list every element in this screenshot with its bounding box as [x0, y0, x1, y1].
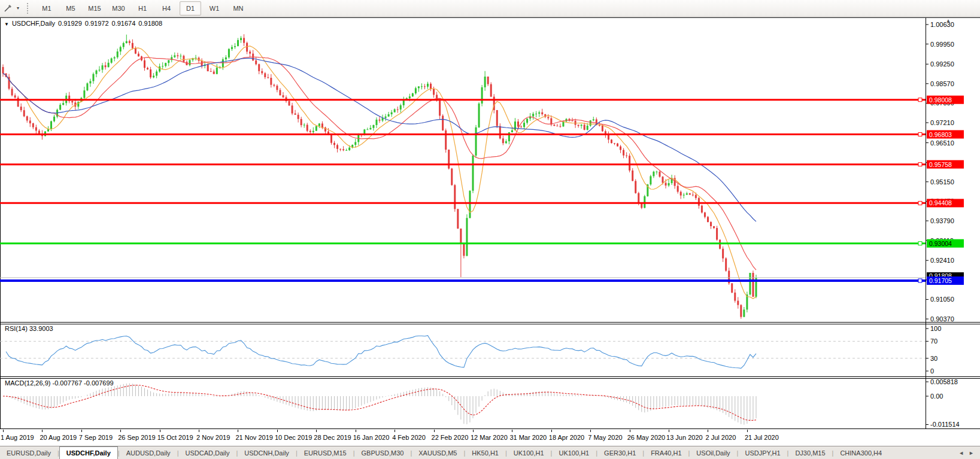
svg-text:0: 0 — [930, 367, 934, 375]
timeframe-button-mn[interactable]: MN — [227, 1, 249, 16]
date-label: 10 Dec 2019 — [275, 434, 312, 441]
macd-indicator-label: MACD(12,26,9) -0.007767 -0.007699 — [5, 379, 114, 387]
timeframe-button-m1[interactable]: M1 — [36, 1, 57, 16]
timeframe-button-m15[interactable]: M15 — [84, 1, 105, 16]
tool-dropdown-caret-icon[interactable]: ▾ — [14, 5, 22, 11]
date-tick — [395, 430, 395, 432]
date-label: 2 Nov 2019 — [196, 434, 230, 441]
chart-tab-xauusd-m5[interactable]: XAUUSD,M5 — [412, 446, 463, 459]
date-tick — [199, 430, 199, 432]
svg-text:0.00: 0.00 — [930, 393, 943, 400]
svg-text:0.97210: 0.97210 — [930, 119, 954, 126]
chart-tab-usdcad-daily[interactable]: USDCAD,Daily — [178, 446, 236, 459]
tab-nav: ◄► — [952, 446, 980, 459]
chart-tab-ger30-h1[interactable]: GER30,H1 — [597, 446, 642, 459]
svg-text:30: 30 — [930, 355, 937, 362]
rsi-line — [6, 336, 756, 369]
ohlc-close: 0.91808 — [138, 20, 162, 27]
tabs-scroll-left-button[interactable]: ◄ — [958, 450, 964, 456]
date-tick — [120, 430, 121, 432]
chart-tab-hk50-h1[interactable]: HK50,H1 — [465, 446, 505, 459]
chart-tab-usdchf-daily[interactable]: USDCHF,Daily — [59, 446, 118, 459]
chart-tab-audusd-daily[interactable]: AUDUSD,Daily — [120, 446, 177, 459]
ohlc-low: 0.91674 — [112, 20, 136, 27]
rsi-indicator-label: RSI(14) 33.9003 — [5, 325, 53, 332]
date-tick — [277, 430, 278, 432]
date-tick — [316, 430, 317, 432]
svg-text:0.90370: 0.90370 — [930, 315, 954, 323]
date-axis[interactable]: 1 Aug 201920 Aug 20197 Sep 201926 Sep 20… — [0, 430, 980, 445]
rsi-guides — [0, 341, 926, 358]
date-label: 1 Aug 2019 — [1, 434, 34, 441]
draw-tool-icon[interactable] — [1, 2, 14, 15]
date-label: 15 Oct 2019 — [157, 434, 193, 441]
date-label: 7 Sep 2019 — [79, 434, 113, 441]
timeframe-button-w1[interactable]: W1 — [204, 1, 225, 16]
date-tick — [3, 430, 4, 432]
chart-tab-eurusd-m15[interactable]: EURUSD,M15 — [298, 446, 353, 459]
chart-tab-uk100-h1[interactable]: UK100,H1 — [507, 446, 551, 459]
toolbar-grip[interactable] — [26, 3, 29, 14]
chart-tab-usdcnh-daily[interactable]: USDCNH,Daily — [238, 446, 296, 459]
svg-text:0.94408: 0.94408 — [929, 199, 952, 206]
axis-scroll-marker-icon[interactable]: ▲ — [946, 18, 951, 23]
panel-borders — [0, 17, 980, 429]
date-tick — [590, 430, 591, 432]
chart-tab-gbpusd-m30[interactable]: GBPUSD,M30 — [355, 446, 411, 459]
svg-text:70: 70 — [930, 338, 937, 345]
ma-fast-line — [3, 46, 756, 299]
date-label: 13 Jun 2020 — [666, 434, 703, 441]
svg-text:-0.011514: -0.011514 — [930, 421, 960, 428]
svg-text:0.96803: 0.96803 — [929, 131, 952, 138]
svg-text:0.92410: 0.92410 — [930, 257, 954, 264]
timeframe-button-d1[interactable]: D1 — [180, 1, 201, 16]
ma-slow-line — [3, 58, 756, 221]
date-tick — [630, 430, 630, 432]
date-tick — [708, 430, 708, 432]
date-tick — [747, 430, 748, 432]
date-label: 21 Nov 2019 — [235, 434, 272, 441]
date-label: 7 May 2020 — [588, 434, 622, 441]
chart-tab-fra40-h1[interactable]: FRA40,H1 — [644, 446, 688, 459]
candles-layer — [2, 34, 757, 319]
chart-tab-bar: EURUSD,Daily|USDCHF,Daily|AUDUSD,Daily|U… — [0, 446, 980, 459]
macd-axis: 0.0058180.00-0.011514 — [926, 378, 960, 428]
date-label: 2 Jul 2020 — [705, 434, 736, 441]
date-label: 18 Apr 2020 — [549, 434, 584, 441]
tabs-scroll-right-button[interactable]: ► — [969, 450, 974, 456]
svg-text:0.93790: 0.93790 — [930, 217, 954, 224]
timeframe-button-m30[interactable]: M30 — [108, 1, 129, 16]
timeframe-button-h1[interactable]: H1 — [132, 1, 153, 16]
chart-svg[interactable]: 1.006300.999500.992500.985700.978900.972… — [0, 0, 980, 446]
svg-text:0.95150: 0.95150 — [930, 178, 954, 186]
date-tick — [512, 430, 512, 432]
ohlc-high: 0.91972 — [85, 20, 109, 27]
date-label: 22 Feb 2020 — [432, 434, 469, 441]
level-lines[interactable]: 0.918080.980080.968030.957580.944080.930… — [0, 96, 964, 285]
top-toolbar: ▾ M1M5M15M30H1H4D1W1MN — [0, 0, 980, 17]
chart-tab-usoil-daily[interactable]: USOil,Daily — [690, 446, 736, 459]
date-tick — [551, 430, 552, 432]
date-tick — [669, 430, 669, 432]
chart-tab-usdjpy-h1[interactable]: USDJPY,H1 — [738, 446, 787, 459]
svg-text:100: 100 — [930, 325, 941, 332]
svg-text:0.95758: 0.95758 — [929, 161, 952, 168]
date-label: 31 Mar 2020 — [509, 434, 547, 441]
svg-text:0.91050: 0.91050 — [930, 296, 954, 303]
date-label: 28 Dec 2019 — [314, 434, 351, 441]
macd-histogram — [3, 384, 756, 425]
timeframe-button-h4[interactable]: H4 — [156, 1, 177, 16]
macd-signal-line — [3, 385, 756, 421]
chart-tab-eurusd-daily[interactable]: EURUSD,Daily — [0, 446, 57, 459]
chart-ohlc-header: ▼USDCHF,Daily0.919290.919720.916740.9180… — [4, 20, 165, 27]
chart-area[interactable]: 1.006300.999500.992500.985700.978900.972… — [0, 0, 980, 448]
collapse-triangle-icon[interactable]: ▼ — [4, 22, 9, 27]
svg-text:0.93004: 0.93004 — [929, 240, 952, 247]
chart-tab-china300-h4[interactable]: CHINA300,H4 — [833, 446, 888, 459]
chart-tab-dj30-m15[interactable]: DJ30,M15 — [788, 446, 832, 459]
chart-tab-uk100-h1[interactable]: UK100,H1 — [552, 446, 596, 459]
date-tick — [356, 430, 356, 432]
date-label: 20 Aug 2019 — [40, 434, 77, 441]
ohlc-open: 0.91929 — [58, 20, 82, 27]
timeframe-button-m5[interactable]: M5 — [60, 1, 81, 16]
